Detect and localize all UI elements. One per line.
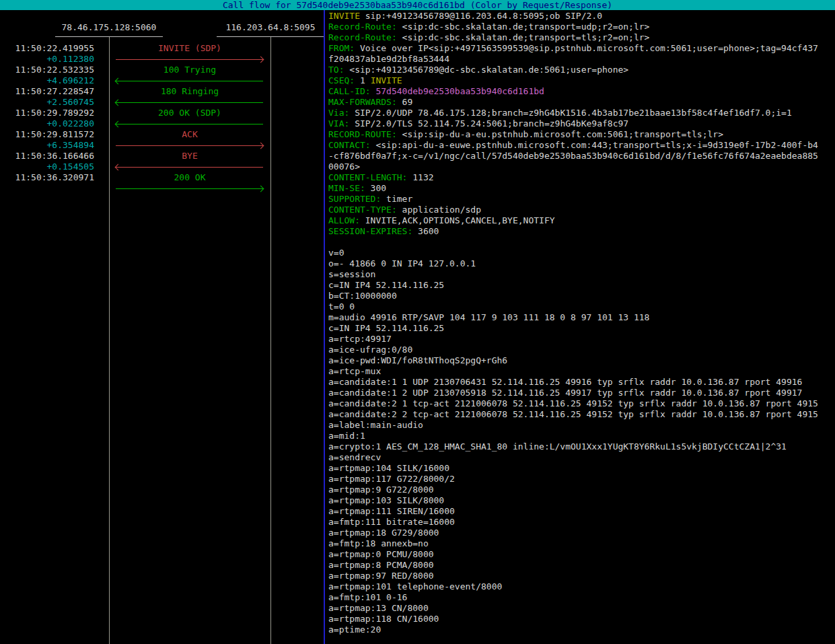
sip-message-line: Via: SIP/2.0/UDP 78.46.175.128;branch=z9… [328, 108, 835, 118]
sip-header-name: ALLOW: [328, 215, 360, 225]
sip-header-name: FROM: [328, 43, 355, 53]
sip-message-line: Record-Route: <sip:dc-sbc.skalatan.de;tr… [328, 32, 835, 43]
message-label[interactable]: ACK [116, 129, 264, 140]
sip-message-line: a=rtpmap:101 telephone-event/8000 [328, 581, 835, 592]
sip-text: c=IN IP4 52.114.116.25 [328, 280, 444, 290]
sip-text: -cf876bdf0a7f;x-c=/v1/ngc/call/57d540deb… [328, 151, 818, 161]
sip-message-line: a=crypto:1 AES_CM_128_HMAC_SHA1_80 inlin… [328, 441, 835, 452]
sip-call-id-value: 57d540deb9e2530baa53b940c6d161bd [375, 86, 544, 96]
sip-header-name: Record-Route: [328, 32, 397, 42]
arrow-head-icon [258, 186, 264, 192]
sip-message-line: a=ice-pwd:WDI/foR8tNThoqS2pgQ+rGh6 [328, 355, 835, 366]
sip-message-line: a=fmtp:111 bitrate=16000 [328, 517, 835, 528]
sip-message-line: a=rtcp-mux [328, 366, 835, 377]
sip-message-line: t=0 0 [328, 301, 835, 312]
sip-message-line: m=audio 49916 RTP/SAVP 104 117 9 103 111… [328, 312, 835, 323]
sip-text: 3600 [412, 226, 439, 236]
panel-separator [324, 10, 325, 644]
sip-message-line: f204837ab1e9d2bf8a53444 [328, 54, 835, 65]
message-label[interactable]: INVITE (SDP) [116, 43, 264, 54]
sip-message-line: s=session [328, 269, 835, 280]
sip-message-line: a=rtpmap:104 SILK/16000 [328, 463, 835, 474]
sip-text: a=rtpmap:104 SILK/16000 [328, 463, 449, 473]
sip-text: b=CT:10000000 [328, 291, 397, 301]
arrow-shaft [116, 81, 263, 81]
sip-text: application/sdp [397, 205, 481, 215]
sip-header-name: CONTENT-LENGTH: [328, 172, 407, 182]
sip-message-line: Record-Route: <sip:dc-sbc.skalatan.de;tr… [328, 22, 835, 32]
sip-message-line: RECORD-ROUTE: <sip:sip-du-a-eu.pstnhub.m… [328, 129, 835, 140]
call-flow-panel: 78.46.175.128:5060 116.203.64.8:5095 11:… [0, 10, 324, 644]
message-timestamp: 11:50:36.320971 [0, 172, 94, 183]
sip-message-line: a=label:main-audio [328, 420, 835, 431]
sip-text: v=0 [328, 248, 344, 258]
arrow-shaft [116, 59, 263, 60]
message-label[interactable]: 200 OK (SDP) [116, 108, 264, 118]
sip-message-line: CSEQ: 1 INVITE [328, 75, 835, 86]
sip-header-name: VIA: [328, 118, 349, 129]
sip-text: c=IN IP4 52.114.116.25 [328, 323, 444, 333]
sip-text: a=rtpmap:118 CN/16000 [328, 614, 439, 624]
message-label[interactable]: BYE [116, 151, 264, 162]
sip-header-name: CALL-ID: [328, 86, 371, 96]
sip-message-line: c=IN IP4 52.114.116.25 [328, 280, 835, 291]
message-arrow[interactable] [116, 78, 263, 84]
sip-text: 00076> [328, 162, 360, 172]
message-timestamp: 11:50:36.166466 [0, 151, 94, 162]
sip-text: a=rtpmap:9 G722/8000 [328, 485, 434, 495]
sip-message-line: a=candidate:1 2 UDP 2130705918 52.114.11… [328, 388, 835, 398]
sip-text: m=audio 49916 RTP/SAVP 104 117 9 103 111… [328, 312, 649, 322]
sip-header-name: SUPPORTED: [328, 194, 381, 204]
sip-text: s=session [328, 269, 375, 279]
sip-text: a=rtpmap:0 PCMU/8000 [328, 549, 434, 559]
message-arrow[interactable] [116, 100, 263, 106]
message-timestamp: 11:50:22.532335 [0, 65, 94, 75]
message-label[interactable]: 180 Ringing [116, 86, 264, 97]
sip-text: a=rtpmap:101 telephone-event/8000 [328, 581, 502, 592]
sip-text: a=rtpmap:111 SIREN/16000 [328, 506, 455, 516]
right-party-address: 116.203.64.8:5095 [190, 22, 351, 33]
message-arrow[interactable] [116, 186, 263, 192]
message-delta: +0.112380 [0, 54, 94, 65]
sip-message-line: a=candidate:1 1 UDP 2130706431 52.114.11… [328, 377, 835, 388]
sip-message-line: CONTACT: <sip:api-du-a-euwe.pstnhub.micr… [328, 140, 835, 151]
sip-message-line: v=0 [328, 248, 835, 258]
left-party-address: 78.46.175.128:5060 [28, 22, 190, 33]
sip-text: <sip:api-du-a-euwe.pstnhub.microsoft.com… [371, 140, 818, 150]
sip-message-line: b=CT:10000000 [328, 291, 835, 301]
sip-method: INVITE [328, 11, 360, 21]
sip-header-name: RECORD-ROUTE: [328, 129, 397, 139]
sip-message-line: -cf876bdf0a7f;x-c=/v1/ngc/call/57d540deb… [328, 151, 835, 162]
sip-text: a=fmtp:111 bitrate=16000 [328, 517, 455, 527]
sip-method: INVITE [371, 75, 402, 85]
message-delta: +4.696212 [0, 75, 94, 86]
sip-text: <sip:dc-sbc.skalatan.de;transport=tls;r2… [397, 32, 650, 42]
sip-text: a=candidate:1 2 UDP 2130705918 52.114.11… [328, 388, 802, 398]
sip-message-line: CONTENT-TYPE: application/sdp [328, 205, 835, 215]
sip-text: a=label:main-audio [328, 420, 423, 430]
arrow-head-icon [258, 57, 264, 63]
sip-message-line: a=rtpmap:9 G722/8000 [328, 485, 835, 495]
message-arrow[interactable] [116, 57, 263, 63]
sip-message-line: MAX-FORWARDS: 69 [328, 97, 835, 108]
sip-text: a=rtcp:49917 [328, 334, 392, 344]
sip-header-name: MIN-SE: [328, 183, 365, 193]
sip-message-line: a=ptime:20 [328, 624, 835, 635]
sip-header-name: SESSION-EXPIRES: [328, 226, 412, 236]
sip-message-panel: INVITE sip:+49123456789@116.203.64.8:509… [328, 11, 835, 644]
sip-text: a=ice-ufrag:0/80 [328, 345, 412, 355]
sip-text: <sip:sip-du-a-eu.pstnhub.microsoft.com:5… [397, 129, 723, 139]
arrow-shaft [116, 124, 263, 124]
sip-text: a=candidate:2 1 tcp-act 2121006078 52.11… [328, 398, 818, 408]
sip-message-line: a=rtpmap:18 G729/8000 [328, 528, 835, 538]
message-label[interactable]: 200 OK [116, 172, 264, 183]
message-arrow[interactable] [116, 164, 263, 170]
sip-message-line: a=fmtp:18 annexb=no [328, 538, 835, 549]
sip-text: a=mid:1 [328, 431, 365, 441]
sip-message-line: MIN-SE: 300 [328, 183, 835, 194]
message-timestamp: 11:50:29.789292 [0, 108, 94, 118]
message-arrow[interactable] [116, 121, 263, 127]
message-label[interactable]: 100 Trying [116, 65, 264, 75]
sip-text: timer [381, 194, 412, 204]
message-arrow[interactable] [116, 143, 263, 149]
